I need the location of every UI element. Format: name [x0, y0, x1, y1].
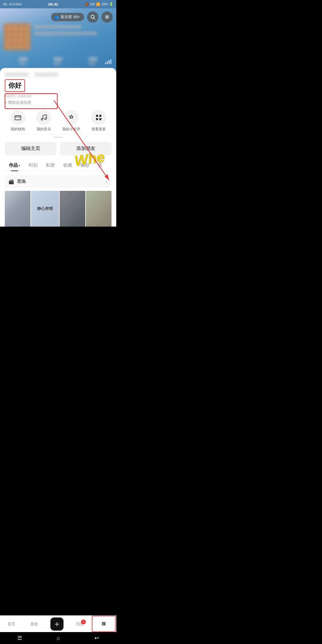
svg-rect-7 [109, 60, 110, 64]
thumbnails-row: 静心祥情 [5, 191, 112, 227]
avatar-blur [4, 23, 30, 50]
tab-works[interactable]: 作品▾ [5, 160, 24, 171]
tab-private[interactable]: 私密 [42, 160, 59, 171]
miniapp-label: 我的小程序 [62, 127, 80, 132]
svg-rect-18 [10, 179, 14, 182]
svg-point-0 [91, 15, 94, 18]
music-icon [36, 110, 51, 125]
gallery-chevron: › [106, 179, 107, 184]
edit-homepage-button[interactable]: 编辑主页 [5, 142, 56, 155]
username-display: 你好 [5, 79, 25, 92]
speed-text: 0.1K/s [13, 2, 22, 6]
gallery-label: 图集 [17, 179, 26, 184]
drag-handle [54, 137, 63, 138]
tab-favorites[interactable]: 收藏 [59, 160, 76, 171]
blurred-name [34, 25, 81, 29]
gallery-section-left: 图集 [9, 179, 26, 184]
svg-rect-14 [96, 118, 98, 120]
svg-rect-12 [96, 115, 98, 117]
status-left: 4G ·ıll 0.1K/s [3, 2, 22, 6]
status-right: 🔕 HD 📶 29% 🔋 [85, 2, 113, 6]
bell-icon: 🔕 [85, 2, 89, 6]
svg-rect-5 [105, 62, 106, 64]
visitor-label: 新访客 99+ [61, 14, 80, 20]
gallery-stack-icon [9, 179, 15, 184]
hd-badge: HD [90, 2, 95, 6]
signal-bars: ·ıll [8, 2, 12, 6]
profile-info-blurred [34, 25, 113, 38]
svg-rect-15 [99, 118, 101, 120]
profile-header: 👥 新访客 99+ [0, 8, 116, 74]
wallet-label: 我的钱包 [11, 127, 25, 132]
profile-card: 你好 抖音号: xxxxxxxx + 增加企业信息 我的钱包 [0, 68, 116, 227]
music-label: 我的音乐 [37, 127, 51, 132]
quick-actions-row: 我的钱包 我的音乐 我的小程序 [5, 110, 112, 134]
add-company-link[interactable]: + 增加企业信息 [5, 100, 112, 105]
visitor-icon: 👥 [54, 15, 59, 19]
wifi-icon: 📶 [96, 2, 100, 6]
svg-rect-13 [99, 115, 101, 117]
thumbnail-4[interactable] [86, 191, 112, 227]
tab-moments[interactable]: 时刻 [24, 160, 42, 171]
svg-point-11 [45, 118, 47, 120]
header-action-bar: 👥 新访客 99+ [51, 11, 113, 23]
battery-text: 29% [101, 2, 108, 6]
miniapp-icon [64, 110, 79, 125]
stats-icon [105, 59, 112, 66]
wallet-action[interactable]: 我的钱包 [10, 110, 25, 132]
menu-button[interactable] [101, 11, 113, 23]
thumbnail-3[interactable] [60, 191, 85, 227]
thumbnail-2[interactable]: 静心祥情 [31, 191, 59, 227]
more-icon [91, 110, 106, 125]
blurred-stats [34, 31, 97, 35]
svg-point-10 [41, 118, 43, 120]
signal-text: 4G [3, 2, 7, 6]
uid-row: 抖音号: xxxxxxxx [5, 94, 112, 99]
wallet-icon [10, 110, 25, 125]
status-bar: 4G ·ıll 0.1K/s 06:42 🔕 HD 📶 29% 🔋 [0, 0, 116, 8]
svg-rect-8 [110, 59, 112, 64]
thumbnail-1[interactable] [5, 191, 30, 227]
more-action[interactable]: 查看更多 [91, 110, 106, 132]
more-label: 查看更多 [92, 127, 106, 132]
music-action[interactable]: 我的音乐 [36, 110, 51, 132]
stats-blurred-row [5, 73, 112, 76]
time-display: 06:42 [48, 2, 58, 7]
svg-line-1 [94, 18, 95, 19]
svg-rect-9 [15, 116, 21, 120]
battery-icon: 🔋 [109, 2, 113, 6]
tab-arrow: ▾ [18, 164, 20, 167]
gallery-section[interactable]: 图集 › [5, 175, 112, 188]
visitor-badge[interactable]: 👥 新访客 99+ [51, 13, 84, 21]
search-button[interactable] [87, 11, 98, 23]
miniapp-action[interactable]: 我的小程序 [62, 110, 80, 132]
svg-rect-6 [107, 61, 108, 64]
username-area: 你好 [5, 79, 112, 92]
